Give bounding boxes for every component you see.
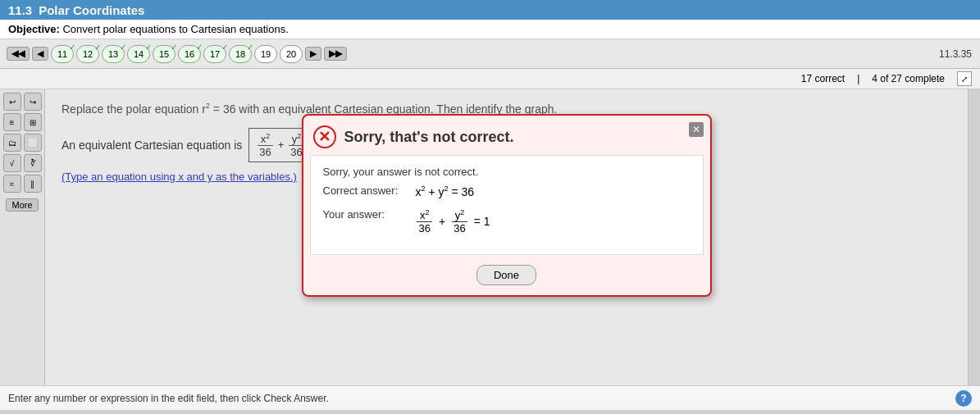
separator: |: [857, 73, 859, 84]
nav-page-18[interactable]: 18✓: [229, 45, 252, 63]
help-button[interactable]: ?: [955, 390, 972, 407]
sidebar-tool3-button[interactable]: 🗂: [3, 134, 21, 152]
modal-sorry-text: Sorry, your answer is not correct.: [323, 166, 691, 178]
status-bar: 17 correct | 4 of 27 complete ⤢: [0, 69, 980, 89]
nav-next-button[interactable]: ▶: [305, 47, 321, 61]
modal-title: Sorry, that's not correct.: [344, 129, 514, 146]
correct-answer-row: Correct answer: x2 + y2 = 36: [323, 184, 691, 198]
sidebar-redo-button[interactable]: ↪: [24, 93, 42, 111]
error-modal: ✕ Sorry, that's not correct. ✕ Sorry, yo…: [302, 114, 712, 297]
objective-bar: Objective: Convert polar equations to Ca…: [0, 20, 980, 39]
nav-page-15[interactable]: 15✓: [153, 45, 175, 63]
sidebar-tool6-button[interactable]: ∥: [24, 175, 42, 193]
nav-page-20[interactable]: 20: [280, 45, 303, 63]
nav-prev-button[interactable]: ◀: [32, 47, 48, 61]
complete-count: 4 of 27 complete: [872, 73, 945, 84]
nav-page-12[interactable]: 12✓: [76, 45, 99, 63]
your-label: Your answer:: [323, 208, 409, 221]
sidebar-tool2-button[interactable]: ⊞: [24, 113, 42, 131]
nav-page-19[interactable]: 19: [254, 45, 277, 63]
nav-page-13[interactable]: 13✓: [102, 45, 125, 63]
nav-first-button[interactable]: ◀◀: [7, 47, 30, 61]
content-area: Replace the polar equation r2 = 36 with …: [45, 89, 968, 385]
expand-button[interactable]: ⤢: [957, 71, 972, 86]
sidebar-tool4-button[interactable]: ⬜: [24, 134, 42, 152]
correct-equation: x2 + y2 = 36: [416, 184, 475, 198]
correct-label: Correct answer:: [323, 184, 409, 197]
problem-number: 11.3.35: [939, 48, 972, 60]
modal-header: ✕ Sorry, that's not correct. ✕: [303, 116, 710, 155]
right-sidebar-scrollbar[interactable]: [968, 89, 980, 385]
bottom-bar: Enter any number or expression in the ed…: [0, 385, 980, 410]
modal-close-button[interactable]: ✕: [689, 122, 704, 137]
modal-overlay: ✕ Sorry, that's not correct. ✕ Sorry, yo…: [45, 89, 968, 385]
bottom-hint-text: Enter any number or expression in the ed…: [8, 393, 329, 404]
section-number: 11.3: [8, 3, 32, 17]
your-answer-row: Your answer: x236 + y236 = 1: [323, 208, 691, 234]
sidebar-sqrt-button[interactable]: √: [3, 154, 21, 172]
done-button[interactable]: Done: [476, 265, 536, 285]
your-equation: x236 + y236 = 1: [416, 208, 490, 234]
main-layout: ↩ ↪ ≡ ⊞ 🗂 ⬜ √ ∛ ≈ ∥ More Replace the pol…: [0, 89, 980, 385]
objective-text: Convert polar equations to Cartesian equ…: [62, 23, 288, 35]
nav-last-button[interactable]: ▶▶: [324, 47, 347, 61]
nav-page-11[interactable]: 11✓: [51, 45, 74, 63]
nav-page-16[interactable]: 16✓: [178, 45, 201, 63]
nav-page-17[interactable]: 17✓: [203, 45, 226, 63]
title-bar: 11.3 Polar Coordinates: [0, 0, 980, 20]
nav-bar: ◀◀ ◀ 11✓ 12✓ 13✓ 14✓ 15✓ 16✓ 17✓ 18✓ 19 …: [0, 39, 980, 69]
left-sidebar: ↩ ↪ ≡ ⊞ 🗂 ⬜ √ ∛ ≈ ∥ More: [0, 89, 45, 385]
nav-page-14[interactable]: 14✓: [127, 45, 150, 63]
sidebar-tool1-button[interactable]: ≡: [3, 113, 21, 131]
sidebar-tool5-button[interactable]: ≈: [3, 175, 21, 193]
correct-count: 17 correct: [801, 73, 845, 84]
more-button[interactable]: More: [6, 198, 38, 212]
modal-body: Sorry, your answer is not correct. Corre…: [310, 155, 704, 255]
page-title: Polar Coordinates: [39, 3, 144, 17]
sidebar-undo-button[interactable]: ↩: [3, 93, 21, 111]
sidebar-sqrt2-button[interactable]: ∛: [24, 154, 42, 172]
modal-footer: Done: [303, 265, 710, 295]
error-icon: ✕: [313, 125, 336, 148]
objective-label: Objective:: [8, 23, 60, 35]
